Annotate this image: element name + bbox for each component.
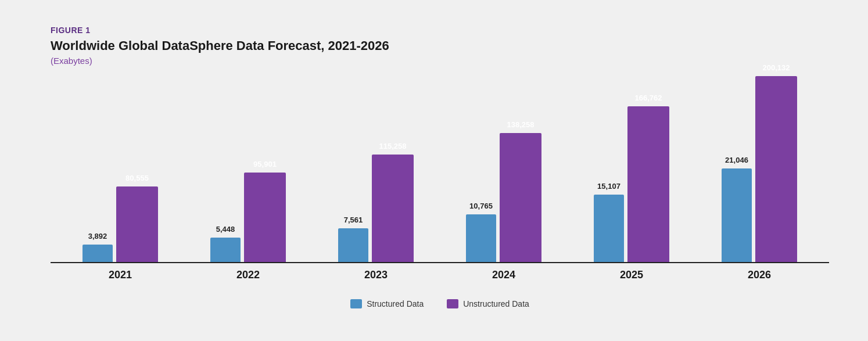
legend: Structured Data Unstructured Data [51, 299, 829, 308]
year-group-2021: 3,89280,555 [56, 186, 184, 262]
structured-bar-wrapper-2026: 21,046 [722, 168, 752, 262]
unstructured-bar-label-2025: 166,762 [635, 94, 662, 102]
figure-label: FIGURE 1 [51, 26, 829, 35]
structured-bar-2022 [210, 238, 241, 262]
unstructured-bar-2025 [627, 106, 669, 262]
structured-bar-wrapper-2025: 15,107 [594, 195, 624, 262]
structured-bar-2024 [466, 214, 496, 262]
unstructured-bar-2023 [372, 155, 414, 262]
unstructured-bar-wrapper-2021: 80,555 [116, 186, 158, 262]
unstructured-bar-label-2022: 95,901 [253, 160, 277, 168]
x-label-2024: 2024 [440, 269, 568, 281]
x-label-2025: 2025 [568, 269, 695, 281]
unstructured-bar-label-2026: 200,132 [763, 63, 790, 72]
bars-wrapper: 3,89280,5555,44895,9017,561115,25810,765… [51, 77, 829, 263]
unstructured-bar-wrapper-2025: 166,762 [627, 106, 669, 262]
x-label-2023: 2023 [312, 269, 440, 281]
x-label-2026: 2026 [695, 269, 823, 281]
unstructured-legend-label: Unstructured Data [463, 299, 529, 308]
unstructured-bar-2021 [116, 186, 158, 262]
structured-bar-2026 [722, 168, 752, 262]
structured-bar-label-2023: 7,561 [344, 216, 363, 224]
unstructured-bar-label-2023: 115,258 [379, 142, 407, 150]
unstructured-color-box [447, 299, 458, 308]
structured-bar-label-2022: 5,448 [216, 225, 235, 234]
chart-title: Worldwide Global DataSphere Data Forecas… [51, 38, 829, 53]
unstructured-bar-label-2024: 138,258 [507, 120, 535, 129]
chart-subtitle: (Exabytes) [51, 56, 829, 66]
year-group-2023: 7,561115,258 [312, 155, 440, 262]
year-group-2026: 21,046200,132 [695, 76, 823, 262]
structured-bar-2025 [594, 195, 624, 262]
year-group-2024: 10,765138,258 [440, 133, 568, 262]
structured-bar-label-2025: 15,107 [597, 182, 620, 191]
unstructured-bar-wrapper-2022: 95,901 [244, 173, 286, 262]
structured-bar-label-2021: 3,892 [88, 232, 107, 241]
chart-area: 3,89280,5555,44895,9017,561115,25810,765… [51, 77, 829, 292]
unstructured-bar-2024 [500, 133, 541, 262]
structured-color-box [350, 299, 362, 308]
structured-bar-label-2024: 10,765 [469, 202, 493, 210]
x-labels: 202120222023202420252026 [51, 269, 829, 281]
structured-bar-label-2026: 21,046 [725, 156, 748, 164]
unstructured-bar-wrapper-2023: 115,258 [372, 155, 414, 262]
unstructured-bar-label-2021: 80,555 [125, 174, 149, 182]
year-group-2022: 5,44895,901 [184, 173, 312, 262]
unstructured-bar-2026 [755, 76, 797, 262]
unstructured-bar-wrapper-2026: 200,132 [755, 76, 797, 262]
structured-bar-wrapper-2023: 7,561 [338, 228, 368, 262]
structured-bar-wrapper-2024: 10,765 [466, 214, 496, 262]
year-group-2025: 15,107166,762 [568, 106, 695, 262]
structured-bar-wrapper-2022: 5,448 [210, 238, 241, 262]
legend-unstructured: Unstructured Data [447, 299, 529, 308]
structured-bar-2023 [338, 228, 368, 262]
x-label-2022: 2022 [184, 269, 312, 281]
chart-container: FIGURE 1 Worldwide Global DataSphere Dat… [16, 8, 852, 333]
structured-bar-wrapper-2021: 3,892 [83, 245, 113, 262]
unstructured-bar-2022 [244, 173, 286, 262]
structured-legend-label: Structured Data [367, 299, 424, 308]
unstructured-bar-wrapper-2024: 138,258 [500, 133, 541, 262]
x-label-2021: 2021 [56, 269, 184, 281]
structured-bar-2021 [83, 245, 113, 262]
legend-structured: Structured Data [350, 299, 424, 308]
